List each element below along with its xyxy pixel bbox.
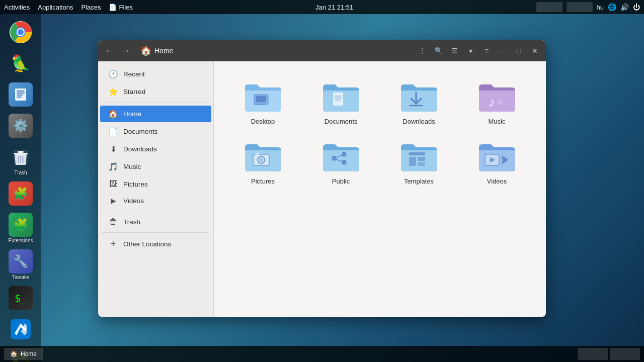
folder-downloads-label: Downloads	[403, 118, 435, 125]
dock-item-settings[interactable]: ⚙️	[3, 112, 39, 141]
taskbar-btn1[interactable]	[578, 348, 608, 360]
file-grid: Desktop D	[226, 73, 534, 189]
recent-icon: 🕐	[108, 69, 118, 79]
dock-item-vscode[interactable]	[3, 315, 39, 344]
file-manager-window: ← → 🏠 Home ⋮ 🔍 ☰ ▾ ≡ ─ □ ✕ 🕐 Recent	[98, 40, 546, 317]
taskbar-right	[578, 348, 640, 360]
trash-dock-icon	[10, 146, 32, 168]
folder-desktop-icon	[243, 79, 283, 114]
sidebar-divider-3	[102, 232, 209, 233]
folder-desktop-label: Desktop	[251, 118, 275, 125]
volume-icon[interactable]: 🔊	[620, 3, 629, 11]
power-icon[interactable]: ⏻	[633, 3, 640, 11]
folder-pictures-icon	[243, 139, 283, 173]
dock-item-parrot[interactable]: 🦜	[3, 49, 39, 78]
sidebar-item-pictures[interactable]: 🖼 Pictures	[100, 176, 211, 192]
dock-item-chrome[interactable]	[3, 18, 39, 47]
svg-rect-11	[18, 151, 24, 153]
taskbar: 🏠 Home	[0, 346, 644, 362]
folder-public-label: Public	[332, 177, 350, 185]
folder-documents-label: Documents	[325, 118, 358, 125]
folder-public[interactable]: Public	[304, 133, 378, 189]
svg-rect-34	[333, 93, 343, 106]
fm-title-text: Home	[154, 47, 173, 55]
music-sidebar-icon: 🎵	[108, 162, 118, 171]
fm-title: 🏠 Home	[136, 45, 412, 56]
sidebar-item-music[interactable]: 🎵 Music	[100, 158, 211, 175]
svg-point-48	[342, 160, 346, 164]
fm-search-button[interactable]: 🔍	[431, 44, 445, 58]
home-sidebar-icon: 🏠	[108, 109, 118, 119]
fm-titlebar: ← → 🏠 Home ⋮ 🔍 ☰ ▾ ≡ ─ □ ✕	[98, 40, 546, 61]
sidebar-item-trash[interactable]: 🗑 Trash	[100, 214, 211, 230]
dock-item-notes[interactable]	[3, 80, 39, 110]
sidebar-item-other-locations[interactable]: + Other Locations	[100, 235, 211, 253]
svg-point-47	[342, 152, 346, 156]
folder-public-icon	[321, 139, 361, 173]
vscode-icon	[11, 319, 31, 339]
activities-button[interactable]: Activities	[4, 4, 30, 11]
dock-label-extensions: Extensions	[9, 238, 33, 243]
svg-rect-33	[258, 104, 264, 105]
dock-item-software[interactable]: 🧩	[3, 179, 39, 209]
dock-item-terminal[interactable]: $_	[3, 284, 39, 313]
sidebar-item-home[interactable]: 🏠 Home	[100, 106, 211, 122]
topbar: Activities Applications Places 📄 Files J…	[0, 0, 644, 14]
fm-maximize-button[interactable]: □	[512, 44, 526, 58]
sidebar-divider-1	[102, 103, 209, 103]
dock-item-trash[interactable]: Trash	[3, 143, 39, 177]
svg-line-14	[23, 156, 23, 163]
svg-rect-15	[11, 319, 31, 339]
taskbar-btn2[interactable]	[610, 348, 640, 360]
folder-downloads-icon	[399, 79, 439, 114]
fm-minimize-button[interactable]: ─	[496, 44, 510, 58]
topbar-btn1[interactable]	[536, 2, 562, 12]
svg-text:♫: ♫	[496, 96, 503, 106]
taskbar-home-label: Home	[21, 350, 37, 357]
dock-item-tweaks[interactable]: 🔧 Tweaks	[3, 247, 39, 282]
fm-sidebar: 🕐 Recent ⭐ Starred 🏠 Home 📄 Documents	[98, 61, 214, 317]
dock-item-extensions[interactable]: 🧩 Extensions	[3, 211, 39, 245]
applications-menu[interactable]: Applications	[38, 4, 73, 11]
sidebar-item-starred[interactable]: ⭐ Starred	[100, 83, 211, 100]
folder-documents[interactable]: Documents	[304, 73, 378, 129]
files-menu[interactable]: 📄 Files	[109, 4, 132, 11]
svg-rect-51	[409, 152, 425, 155]
folder-downloads[interactable]: Downloads	[382, 73, 456, 129]
svg-point-44	[259, 158, 263, 162]
folder-desktop[interactable]: Desktop	[226, 73, 300, 129]
sidebar-item-downloads[interactable]: ⬇ Downloads	[100, 141, 211, 157]
notes-icon	[14, 87, 28, 102]
sidebar-item-documents[interactable]: 📄 Documents	[100, 123, 211, 140]
folder-templates[interactable]: Templates	[382, 133, 456, 189]
network-icon[interactable]: 🌐	[608, 3, 616, 11]
fm-forward-button[interactable]: →	[119, 44, 133, 58]
folder-music[interactable]: ♪ ♫ Music	[460, 73, 534, 129]
fm-sort-button[interactable]: ≡	[479, 44, 494, 58]
fm-body: 🕐 Recent ⭐ Starred 🏠 Home 📄 Documents	[98, 61, 546, 317]
places-menu[interactable]: Places	[81, 4, 101, 11]
sidebar-divider-2	[102, 211, 209, 211]
fm-view-dropdown-button[interactable]: ▾	[463, 44, 477, 58]
other-locations-icon: +	[108, 239, 118, 249]
fm-close-button[interactable]: ✕	[528, 44, 542, 58]
fm-back-button[interactable]: ←	[102, 44, 116, 58]
fm-menu-button[interactable]: ⋮	[415, 44, 429, 58]
svg-text:♪: ♪	[488, 94, 495, 110]
folder-videos[interactable]: Videos	[460, 133, 534, 189]
pictures-sidebar-icon: 🖼	[108, 179, 118, 189]
folder-templates-label: Templates	[404, 177, 434, 185]
sidebar-item-recent[interactable]: 🕐 Recent	[100, 66, 211, 82]
fm-view-list-button[interactable]: ☰	[447, 44, 461, 58]
topbar-lang[interactable]: hu	[597, 4, 604, 11]
taskbar-home-item[interactable]: 🏠 Home	[4, 348, 43, 360]
svg-rect-6	[17, 93, 25, 94]
topbar-btn2[interactable]	[567, 2, 593, 12]
folder-pictures-label: Pictures	[251, 177, 275, 185]
folder-pictures[interactable]: Pictures	[226, 133, 300, 189]
folder-videos-icon	[477, 139, 517, 173]
sidebar-item-videos[interactable]: ▶ Videos	[100, 193, 211, 208]
svg-rect-52	[409, 157, 416, 166]
svg-point-46	[332, 156, 336, 160]
dock-label-tweaks: Tweaks	[12, 275, 29, 280]
